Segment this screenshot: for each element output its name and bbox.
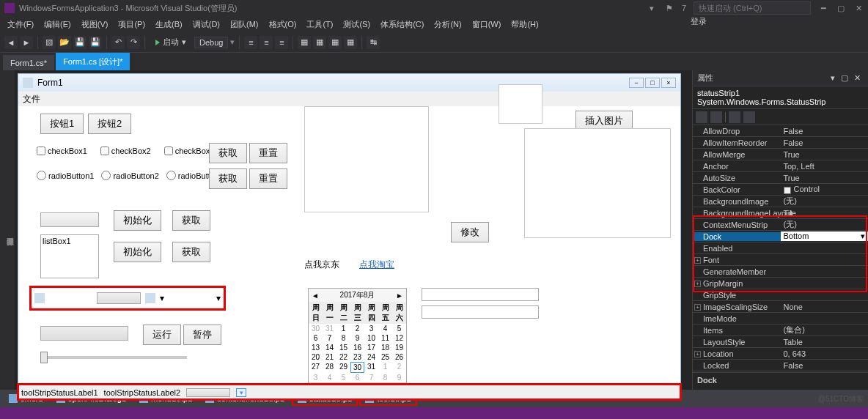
calendar-day[interactable]: 2 xyxy=(350,324,364,333)
form-max-button[interactable]: □ xyxy=(645,78,660,88)
calendar-day[interactable]: 8 xyxy=(336,333,350,343)
picturebox-large[interactable] xyxy=(524,128,671,238)
properties-grid[interactable]: AllowDropFalseAllowItemReorderFalseAllow… xyxy=(693,125,868,372)
calendar-day[interactable]: 27 xyxy=(309,362,323,373)
calendar-day[interactable]: 4 xyxy=(378,324,392,333)
button2[interactable]: 按钮2 xyxy=(88,114,131,134)
nav-back-button[interactable]: ◄ xyxy=(4,36,18,49)
init-button-2[interactable]: 初始化 xyxy=(114,242,161,262)
config-dropdown[interactable]: Debug xyxy=(194,37,228,48)
calendar-day[interactable]: 18 xyxy=(378,343,392,352)
properties-icon[interactable] xyxy=(729,111,740,123)
calendar-day[interactable]: 8 xyxy=(378,373,392,382)
checkbox1[interactable]: checkBox1 xyxy=(37,147,87,155)
menu-item[interactable]: 工具(T) xyxy=(302,18,337,31)
modify-button[interactable]: 修改 xyxy=(451,222,489,242)
nav-fwd-button[interactable]: ► xyxy=(20,36,33,49)
picturebox-small[interactable] xyxy=(499,84,542,124)
calendar-day[interactable]: 20 xyxy=(309,352,323,362)
calendar-day[interactable]: 5 xyxy=(392,324,406,333)
undo-button[interactable]: ↶ xyxy=(111,36,125,49)
flag-icon[interactable]: ⚑ xyxy=(664,3,674,13)
calendar-day[interactable]: 6 xyxy=(350,373,364,382)
calendar-day[interactable]: 6 xyxy=(309,333,323,343)
calendar-day[interactable]: 25 xyxy=(378,352,392,362)
calendar-day[interactable]: 3 xyxy=(309,373,323,382)
menu-item[interactable]: 编辑(E) xyxy=(40,18,76,31)
reset-button-1[interactable]: 重置 xyxy=(249,143,287,163)
layout-button[interactable]: ▦ xyxy=(328,36,342,49)
layout-button[interactable]: ▦ xyxy=(313,36,326,49)
calendar-day[interactable]: 17 xyxy=(364,343,378,352)
calendar-day[interactable]: 30 xyxy=(350,362,364,373)
open-file-button[interactable]: 📂 xyxy=(58,36,71,49)
property-row[interactable]: GripStyle xyxy=(693,289,868,301)
tab-form1-design[interactable]: Form1.cs [设计]* xyxy=(56,53,130,70)
calendar-day[interactable]: 4 xyxy=(323,373,336,382)
calendar-day[interactable]: 28 xyxy=(323,362,336,373)
events-icon[interactable] xyxy=(743,111,755,123)
cal-next-icon[interactable]: ► xyxy=(396,292,403,300)
calendar-day[interactable]: 22 xyxy=(336,352,350,362)
property-row[interactable]: +Font xyxy=(693,254,868,266)
calendar-day[interactable]: 3 xyxy=(364,324,378,333)
property-row[interactable]: +ImageScalingSizeNone xyxy=(693,301,868,313)
align-center-button[interactable]: ≡ xyxy=(260,36,273,49)
start-debug-button[interactable]: 启动 ▾ xyxy=(150,35,192,49)
calendar-day[interactable]: 9 xyxy=(350,333,364,343)
properties-object-selector[interactable]: statusStrip1 System.Windows.Forms.Status… xyxy=(693,86,868,109)
property-row[interactable]: +GripMargin xyxy=(693,278,868,289)
listbox[interactable]: listBox1 xyxy=(40,234,99,278)
checkbox2[interactable]: checkBox2 xyxy=(100,147,151,155)
get-button-1[interactable]: 获取 xyxy=(209,143,247,163)
quick-launch-input[interactable] xyxy=(694,1,811,15)
property-row[interactable]: AllowItemReorderFalse xyxy=(693,137,868,149)
calendar-day[interactable]: 23 xyxy=(350,352,364,362)
pause-button[interactable]: 暂停 xyxy=(183,325,221,345)
toolbox-collapsed[interactable]: 服务器资源管理器 xyxy=(0,70,15,390)
tab-order-button[interactable]: ↹ xyxy=(367,36,380,49)
calendar-day[interactable]: 5 xyxy=(336,373,350,382)
designer-surface[interactable]: Form1 − □ × 文件 按钮1 按钮2 checkBox1 checkBo… xyxy=(15,70,692,390)
menu-item[interactable]: 体系结构(C) xyxy=(376,18,428,31)
align-right-button[interactable]: ≡ xyxy=(275,36,288,49)
link-jd[interactable]: 点我京东 xyxy=(304,259,339,271)
property-row[interactable]: LayoutStyleTable xyxy=(693,336,868,348)
trackbar[interactable] xyxy=(40,352,187,355)
alphabetical-icon[interactable] xyxy=(710,111,722,123)
maximize-button[interactable]: ▢ xyxy=(836,3,846,13)
toolstrip[interactable]: ▾ ▾ xyxy=(32,288,224,308)
calendar-day[interactable]: 21 xyxy=(323,352,336,362)
calendar-day[interactable]: 14 xyxy=(323,343,336,352)
textbox1[interactable] xyxy=(422,288,539,301)
calendar-day[interactable]: 15 xyxy=(336,343,350,352)
property-row[interactable]: AllowMergeTrue xyxy=(693,149,868,160)
calendar-day[interactable]: 11 xyxy=(378,333,392,343)
menu-item[interactable]: 调试(D) xyxy=(188,18,224,31)
property-row[interactable]: Items(集合) xyxy=(693,325,868,336)
calendar-day[interactable]: 19 xyxy=(392,343,406,352)
richtextbox[interactable] xyxy=(304,106,429,212)
form-min-button[interactable]: − xyxy=(629,78,644,88)
menu-item[interactable]: 测试(S) xyxy=(339,18,375,31)
property-row[interactable]: Enabled xyxy=(693,242,868,254)
get-button-4[interactable]: 获取 xyxy=(172,242,210,262)
property-row[interactable]: AllowDropFalse xyxy=(693,125,868,137)
calendar-day[interactable]: 7 xyxy=(323,333,336,343)
dropdown-icon[interactable]: ▾ xyxy=(831,73,835,83)
property-row[interactable]: ImeMode xyxy=(693,313,868,325)
property-row[interactable]: ContextMenuStrip(无) xyxy=(693,219,868,231)
menu-item[interactable]: 视图(V) xyxy=(77,18,113,31)
property-row[interactable]: AutoSizeTrue xyxy=(693,172,868,184)
calendar-day[interactable]: 1 xyxy=(378,362,392,373)
calendar-day[interactable]: 10 xyxy=(364,333,378,343)
layout-button[interactable]: ▦ xyxy=(344,36,357,49)
calendar-day[interactable]: 13 xyxy=(309,343,323,352)
calendar-day[interactable]: 1 xyxy=(336,324,350,333)
radio2[interactable]: radioButton2 xyxy=(101,171,158,180)
menu-item[interactable]: 文件(F) xyxy=(3,18,38,31)
menu-item[interactable]: 窗口(W) xyxy=(468,18,506,31)
sign-in-link[interactable]: 登录 xyxy=(691,16,707,27)
calendar-day[interactable]: 9 xyxy=(392,373,406,382)
close-icon[interactable]: ✕ xyxy=(854,73,861,83)
